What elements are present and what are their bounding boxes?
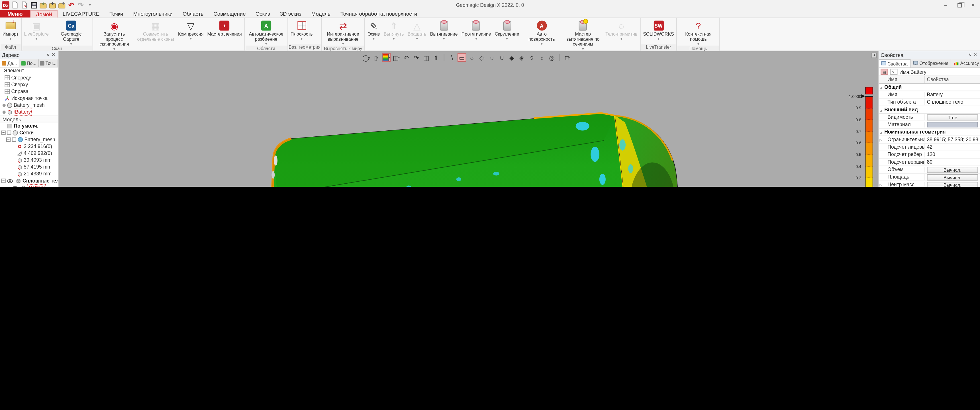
model-item-battery-mesh[interactable]: –Battery_mesh bbox=[0, 136, 58, 143]
ribbon-button-pull[interactable]: Вытягивание▼ bbox=[428, 18, 460, 41]
menu-tab-livecapture[interactable]: LIVECAPTURE bbox=[57, 10, 105, 17]
property-value[interactable]: Вычисл. bbox=[925, 174, 980, 180]
rect-select-icon[interactable]: ▭ bbox=[458, 53, 466, 62]
model-item-face-count[interactable]: 4 469 992(0) bbox=[0, 150, 58, 157]
ribbon-button-auto-segment[interactable]: AАвтоматическое разбиение▼ bbox=[245, 18, 287, 46]
menu-tab-polygons[interactable]: Многоугольники bbox=[128, 10, 178, 17]
property-value[interactable] bbox=[925, 122, 980, 127]
section-collapse-icon[interactable]: ◢ bbox=[879, 85, 883, 89]
visibility-checkbox[interactable] bbox=[7, 131, 11, 135]
menu-tab-exact-surfacing[interactable]: Точная обработка поверхности bbox=[335, 10, 422, 17]
updown-select-icon[interactable]: ↕ bbox=[538, 53, 546, 62]
import-file-icon[interactable] bbox=[39, 1, 47, 8]
menu-tab-3d-sketch[interactable]: 3D эскиз bbox=[275, 10, 306, 17]
collapse-icon[interactable]: – bbox=[1, 131, 5, 135]
property-value[interactable]: 38.9915; 57.358; 20.98... bbox=[925, 137, 980, 142]
open-document-icon[interactable] bbox=[21, 1, 28, 8]
ribbon-button-sweep[interactable]: Протягивание▼ bbox=[460, 18, 493, 41]
sort-az-icon[interactable]: A↓ bbox=[890, 68, 897, 75]
export-file-icon[interactable] bbox=[49, 1, 56, 8]
flip-forward-icon[interactable]: ↷ bbox=[412, 53, 421, 62]
eye-icon[interactable] bbox=[7, 178, 14, 183]
tree-tab-tree[interactable]: Де... bbox=[0, 59, 19, 67]
volume-button[interactable]: Вычисл. bbox=[927, 167, 978, 173]
polygon-select-icon[interactable]: ◇ bbox=[477, 53, 486, 62]
restore-button[interactable] bbox=[952, 0, 966, 10]
tree-item-plane-front[interactable]: Спереди bbox=[0, 74, 58, 81]
eye-icon[interactable] bbox=[12, 185, 19, 187]
ribbon-button-healing-wizard[interactable]: +Мастер лечения bbox=[205, 18, 243, 37]
ribbon-button-interactive-alignment[interactable]: ⇄Интерактивное выравнивание▼ bbox=[323, 18, 364, 46]
center-of-mass-button[interactable]: Вычисл. bbox=[927, 181, 978, 187]
ribbon-button-auto-surface[interactable]: AАвто поверхность▼ bbox=[521, 18, 562, 46]
properties-tab-properties[interactable]: Свойства bbox=[879, 59, 911, 67]
ribbon-button-compression[interactable]: ▽Компрессия▼ bbox=[176, 18, 205, 41]
property-value[interactable]: 42 bbox=[925, 145, 980, 150]
ribbon-button-loft-wizard[interactable]: Мастер вытягивания по сечениям▼ bbox=[562, 18, 604, 51]
panel-collapse-icon[interactable]: ◂ bbox=[871, 52, 877, 58]
model-item-dim-x[interactable]: 39.4093 mm bbox=[0, 157, 58, 164]
tree-tab-help[interactable]: По... bbox=[19, 59, 39, 67]
property-value[interactable]: 80 bbox=[925, 159, 980, 165]
visibility-button[interactable]: True bbox=[927, 114, 978, 120]
ribbon-button-sketch[interactable]: ✎Эскиз▼ bbox=[366, 18, 382, 41]
ribbon-button-import[interactable]: Импорт▼ bbox=[0, 18, 20, 41]
tree-item-battery-mesh[interactable]: Battery_mesh bbox=[0, 102, 58, 109]
properties-tab-accuracy[interactable]: Accuracy Analy... bbox=[951, 59, 980, 67]
categorize-icon[interactable]: ▤ bbox=[881, 68, 888, 75]
model-item-default-material[interactable]: По умолч. bbox=[0, 122, 58, 129]
close-icon[interactable]: ✕ bbox=[51, 52, 56, 57]
sphere-select-icon[interactable]: ◊ bbox=[528, 53, 536, 62]
pin-icon[interactable]: ⊼ bbox=[967, 52, 973, 57]
section-collapse-icon[interactable]: ◢ bbox=[879, 130, 883, 134]
tree-tab-points[interactable]: Точ... bbox=[39, 59, 58, 67]
menu-tab-alignment[interactable]: Совмещение bbox=[208, 10, 251, 17]
visibility-checkbox[interactable] bbox=[12, 138, 16, 142]
close-button[interactable]: ✕ bbox=[966, 0, 980, 10]
model-item-meshes[interactable]: –Сетки bbox=[0, 129, 58, 136]
collapse-icon[interactable]: – bbox=[1, 178, 5, 183]
menu-tab-home[interactable]: Домой bbox=[30, 10, 57, 17]
tree-item-plane-right[interactable]: Справа bbox=[0, 88, 58, 95]
mesh-display-icon[interactable]: ◯▾ bbox=[362, 53, 371, 62]
tree-item-origin[interactable]: Исходная точка bbox=[0, 95, 58, 102]
property-value[interactable]: 120 bbox=[925, 152, 980, 157]
menu-tab-region[interactable]: Область bbox=[178, 10, 208, 17]
paint-select-icon[interactable]: ◆ bbox=[508, 53, 516, 62]
minimize-button[interactable]: – bbox=[939, 0, 952, 10]
model-item-solids[interactable]: –Сплошные тела bbox=[0, 177, 58, 184]
ellipse-select-icon[interactable]: ○ bbox=[468, 53, 476, 62]
pull-up-icon[interactable]: ⇑ bbox=[432, 53, 441, 62]
properties-tab-display[interactable]: Отображение bbox=[911, 59, 951, 67]
area-button[interactable]: Вычисл. bbox=[927, 174, 978, 180]
flip-back-icon[interactable]: ↶ bbox=[402, 53, 411, 62]
menu-tab-points[interactable]: Точки bbox=[105, 10, 128, 17]
close-icon[interactable]: ✕ bbox=[973, 52, 978, 57]
line-select-icon[interactable]: ∖ bbox=[447, 53, 457, 62]
menu-tab-sketch[interactable]: Эскиз bbox=[251, 10, 275, 17]
undo-icon[interactable]: ↶ bbox=[67, 1, 75, 8]
scale-marker-icon[interactable] bbox=[861, 94, 865, 98]
ribbon-button-run-scan-process[interactable]: ◉Запустить процесс сканирования▼ bbox=[94, 18, 135, 51]
menu-tab-model[interactable]: Модель bbox=[306, 10, 335, 17]
freeform-select-icon[interactable]: ◌ bbox=[487, 53, 496, 62]
save-icon[interactable] bbox=[30, 1, 37, 8]
new-document-icon[interactable] bbox=[11, 1, 19, 8]
deviation-display-icon[interactable]: ▾ bbox=[382, 53, 391, 62]
property-value[interactable]: True bbox=[925, 114, 980, 120]
dx-logo-icon[interactable]: Dx bbox=[2, 1, 10, 8]
collapse-icon[interactable]: – bbox=[6, 138, 11, 142]
body-display-icon[interactable]: ▯▾ bbox=[372, 53, 380, 62]
row-expand-icon[interactable]: ▷ bbox=[879, 138, 883, 141]
row-expand-icon[interactable]: ▷ bbox=[879, 183, 883, 186]
pin-icon[interactable]: ⊼ bbox=[45, 52, 51, 57]
model-item-dim-y[interactable]: 57.4195 mm bbox=[0, 164, 58, 170]
property-value[interactable]: Вычисл. bbox=[925, 167, 980, 173]
view-options-icon[interactable]: □▾ bbox=[563, 53, 572, 62]
region-select-icon[interactable]: ◈ bbox=[518, 53, 527, 62]
ribbon-button-fillet[interactable]: Скругление▼ bbox=[493, 18, 521, 41]
model-item-battery[interactable]: Battery bbox=[0, 184, 58, 187]
property-value[interactable]: Сплошное тело bbox=[925, 99, 980, 105]
ribbon-button-context-help[interactable]: ?Контекстная помощь▼ bbox=[678, 18, 719, 46]
split-view-icon[interactable]: ◫ bbox=[422, 53, 431, 62]
